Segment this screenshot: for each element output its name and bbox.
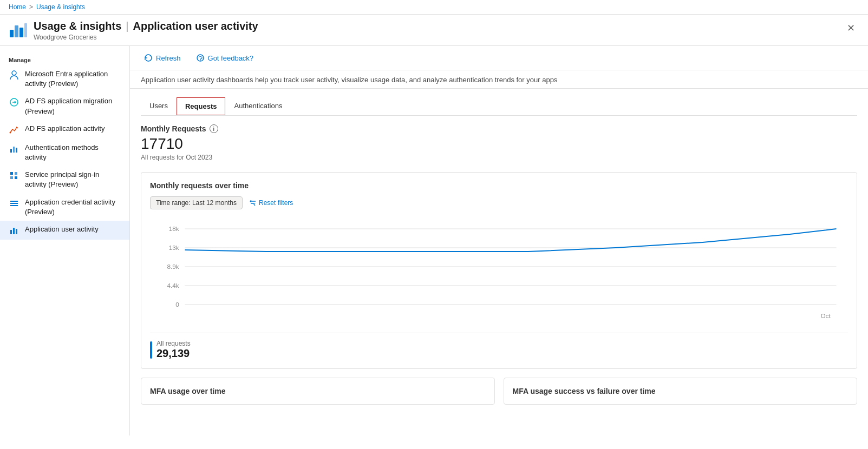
bottom-panels: MFA usage over time MFA usage success vs… <box>141 378 857 405</box>
svg-rect-11 <box>15 172 17 175</box>
svg-point-20 <box>197 55 204 61</box>
org-subtitle: Woodgrove Groceries <box>34 34 258 41</box>
svg-rect-2 <box>19 28 23 37</box>
sidebar-item-adfs-migration[interactable]: AD FS application migration (Preview) <box>0 93 129 120</box>
breadcrumb-current[interactable]: Usage & insights <box>36 3 85 11</box>
reset-icon <box>249 199 257 207</box>
svg-text:8.9k: 8.9k <box>167 263 179 270</box>
bottom-panel-mfa-success-failure: MFA usage success vs failure over time <box>504 378 858 405</box>
bottom-panel-mfa-success-failure-title: MFA usage success vs failure over time <box>513 387 849 395</box>
main-layout: Manage Microsoft Entra application activ… <box>0 46 868 435</box>
breadcrumb: Home > Usage & insights <box>9 3 85 11</box>
chart-container: 18k 13k 8.9k 4.4k 0 Oct <box>150 218 848 326</box>
header-text: Usage & insights | Application user acti… <box>34 20 258 41</box>
legend-item-all-requests: All requests 29,139 <box>150 340 848 360</box>
legend-value: 29,139 <box>156 347 191 360</box>
legend-text-container: All requests 29,139 <box>156 340 191 360</box>
legend-label: All requests <box>156 340 191 347</box>
legend-bar <box>150 341 152 359</box>
sidebar-item-app-credential-label: Application credential activity (Preview… <box>25 197 121 217</box>
description-bar: Application user activity dashboards hel… <box>130 70 868 89</box>
svg-text:18k: 18k <box>169 226 179 232</box>
page-title: Usage & insights | Application user acti… <box>34 20 258 32</box>
sidebar-item-adfs-activity-label: AD FS application activity <box>25 124 121 134</box>
lines-icon <box>9 198 19 209</box>
svg-rect-0 <box>10 30 14 37</box>
sidebar: Manage Microsoft Entra application activ… <box>0 46 130 435</box>
tab-users[interactable]: Users <box>141 97 177 115</box>
bottom-panel-mfa-usage-title: MFA usage over time <box>150 387 486 395</box>
chart-filters: Time range: Last 12 months Reset filters <box>150 196 848 209</box>
svg-point-21 <box>200 60 201 61</box>
feedback-button[interactable]: Got feedback? <box>193 51 257 64</box>
stats-number: 17710 <box>141 135 857 153</box>
refresh-icon <box>144 54 153 62</box>
stats-section: Monthly Requests i 17710 All requests fo… <box>141 124 857 161</box>
tab-bar: Users Requests Authentications <box>141 97 857 116</box>
sidebar-item-app-credential[interactable]: Application credential activity (Preview… <box>0 194 129 221</box>
svg-rect-12 <box>10 176 13 179</box>
sidebar-item-auth-methods-label: Authentication methods activity <box>25 143 121 162</box>
page-content: Users Requests Authentications Monthly R… <box>130 89 868 413</box>
svg-rect-3 <box>24 23 27 37</box>
svg-text:4.4k: 4.4k <box>167 282 179 289</box>
chart-svg: 18k 13k 8.9k 4.4k 0 Oct <box>150 218 848 326</box>
sidebar-item-app-user-label: Application user activity <box>25 225 121 234</box>
sidebar-item-adfs-activity[interactable]: AD FS application activity <box>0 120 129 139</box>
refresh-button[interactable]: Refresh <box>141 51 184 64</box>
header-icon <box>9 20 28 39</box>
top-bar: Home > Usage & insights <box>0 0 868 15</box>
svg-text:Oct: Oct <box>820 313 831 319</box>
tab-requests[interactable]: Requests <box>177 97 226 115</box>
close-button[interactable]: ✕ <box>843 20 859 36</box>
main-content: Refresh Got feedback? Application user a… <box>130 46 868 435</box>
sidebar-item-ms-entra[interactable]: Microsoft Entra application activity (Pr… <box>0 65 129 93</box>
bottom-panel-mfa-usage: MFA usage over time <box>141 378 495 405</box>
info-icon[interactable]: i <box>210 124 218 133</box>
svg-point-4 <box>12 71 16 75</box>
svg-point-6 <box>10 131 11 133</box>
svg-text:13k: 13k <box>169 245 179 251</box>
sidebar-item-auth-methods[interactable]: Authentication methods activity <box>0 139 129 166</box>
chart-legend: All requests 29,139 <box>150 333 848 360</box>
svg-rect-17 <box>10 230 12 234</box>
svg-rect-10 <box>10 172 13 175</box>
svg-rect-8 <box>13 147 15 153</box>
svg-rect-13 <box>15 176 17 179</box>
toolbar: Refresh Got feedback? <box>130 46 868 70</box>
svg-rect-9 <box>16 148 17 153</box>
sidebar-item-app-user[interactable]: Application user activity <box>0 221 129 240</box>
reset-filters-button[interactable]: Reset filters <box>249 199 293 207</box>
chart-icon <box>9 143 19 154</box>
breadcrumb-separator: > <box>29 3 33 11</box>
sidebar-section-manage: Manage <box>0 52 129 65</box>
adfs-activity-icon <box>9 124 19 135</box>
time-range-filter[interactable]: Time range: Last 12 months <box>150 196 243 209</box>
sidebar-item-ms-entra-label: Microsoft Entra application activity (Pr… <box>25 69 121 89</box>
tab-authentications[interactable]: Authentications <box>225 97 291 115</box>
grid-icon <box>9 170 19 181</box>
sidebar-item-service-principal[interactable]: Service principal sign-in activity (Prev… <box>0 166 129 193</box>
stats-title: Monthly Requests i <box>141 124 857 133</box>
title-separator: | <box>126 20 128 32</box>
chart-bar-icon <box>9 225 19 236</box>
breadcrumb-home[interactable]: Home <box>9 3 26 11</box>
feedback-icon <box>196 54 205 62</box>
stats-desc: All requests for Oct 2023 <box>141 154 857 161</box>
sidebar-item-adfs-migration-label: AD FS application migration (Preview) <box>25 96 121 116</box>
person-icon <box>9 70 19 81</box>
svg-rect-1 <box>15 25 18 37</box>
svg-rect-18 <box>13 228 15 234</box>
svg-rect-19 <box>16 229 17 234</box>
chart-section: Monthly requests over time Time range: L… <box>141 172 857 369</box>
adfs-migrate-icon <box>9 97 19 108</box>
chart-title: Monthly requests over time <box>150 181 848 190</box>
svg-rect-7 <box>10 149 12 153</box>
page-header: Usage & insights | Application user acti… <box>0 15 868 46</box>
sidebar-item-service-principal-label: Service principal sign-in activity (Prev… <box>25 170 121 189</box>
svg-text:0: 0 <box>175 301 179 308</box>
